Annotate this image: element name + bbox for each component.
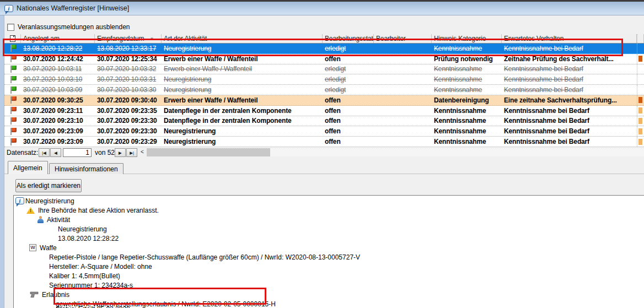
document-icon [10,35,15,42]
header-row-selector[interactable] [4,34,21,43]
first-record-button[interactable]: |◀ [39,148,50,157]
weapon-description: Repetier-Pistole / lange Repetier-Schuss… [49,253,360,262]
red-flag-icon [8,106,17,115]
header-created[interactable]: Angelegt am [21,34,95,43]
record-navigator-label: Datensatz: [7,149,38,156]
header-editor[interactable]: Bearbeiter [374,34,432,43]
hide-notifications-row: Veranlassungsmeldungen ausblenden [7,23,130,31]
table-row[interactable]: 30.07.2020 09:23:11 30.07.2020 09:23:35 … [4,106,644,116]
weapon-caliber: Kaliber 1: 4,5mm(Bullet) [49,272,120,280]
previous-record-button[interactable]: ◀ [50,148,61,157]
red-flag-icon [8,138,17,146]
record-navigator: Datensatz: |◀ ◀ von 52 ▶ ▶| < [4,147,644,158]
weapon-manufacturer: Hersteller: A-Square / Modell: ohne [49,263,152,271]
table-row[interactable]: 30.07.2020 09:23:09 30.07.2020 09:23:30 … [4,126,644,137]
permit-status: Status: Erteilt 05.02.2020 [56,305,130,308]
table-row[interactable]: 30.07.2020 09:30:25 30.07.2020 09:30:40 … [4,95,644,106]
current-record-input[interactable] [63,148,92,157]
scroll-left-icon[interactable]: < [141,149,144,155]
hide-notifications-checkbox[interactable] [7,24,14,31]
header-status[interactable]: Bearbeitungsstatus [323,34,374,43]
table-row[interactable]: 30.07.2020 12:24:42 30.07.2020 12:25:34 … [4,54,644,64]
sort-desc-icon: ▼ [149,36,154,41]
hide-notifications-label: Veranlassungsmeldungen ausblenden [18,23,130,31]
table-row[interactable]: 30.07.2020 10:03:11 30.07.2020 10:03:32 … [4,64,644,75]
green-flag-icon [8,44,17,52]
title-bar: i Nationales Waffenregister [Hinweise] [0,2,644,15]
record-count-label: von 52 [95,149,115,156]
window-title: Nationales Waffenregister [Hinweise] [17,4,129,12]
red-flag-icon [8,96,17,104]
table-row[interactable]: 13.08.2020 12:28:22 13.08.2020 12:33:17 … [4,44,644,54]
table-header: Angelegt am Empfangsdatum▼ Art der Aktiv… [4,34,644,44]
info-bubble-icon: i [4,5,13,12]
header-activity[interactable]: Art der Aktivität [162,34,323,43]
tab-hinweisinformationen[interactable]: Hinweisinformationen [49,163,124,174]
truncated-column-fragment [638,128,642,134]
header-behavior[interactable]: Erwartetes Verhalten [502,34,637,43]
horizontal-scrollbar-thumb[interactable] [147,148,270,156]
header-received[interactable]: Empfangsdatum▼ [95,34,162,43]
truncated-column-fragment [638,107,642,114]
tab-allgemein[interactable]: Allgemein [8,161,48,174]
person-icon [37,216,44,223]
header-next-column-sliver [637,34,644,43]
table-row[interactable]: 30.07.2020 10:03:10 30.07.2020 10:03:31 … [4,74,644,85]
activity-date: 13.08.2020 12:28:22 [58,235,119,243]
detail-title: Neuregistrierung [25,197,74,206]
table-row[interactable]: 30.07.2020 09:23:10 30.07.2020 09:23:30 … [4,116,644,127]
table-row[interactable]: 30.07.2020 09:23:09 30.07.2020 09:23:29 … [4,137,644,147]
green-flag-icon [8,65,17,73]
last-record-button[interactable]: ▶| [126,148,137,157]
red-flag-icon [8,117,17,125]
truncated-column-fragment [638,97,642,103]
truncated-column-fragment [638,56,642,62]
horizontal-scrollbar[interactable] [147,148,644,156]
app-window: i Nationales Waffenregister [Hinweise] V… [0,0,644,308]
green-flag-icon [8,75,17,84]
warning-icon: ! [26,207,35,214]
truncated-column-fragment [638,118,642,124]
activity-section-label: Aktivität [47,216,70,224]
permit-section-label: Erlaubnis [42,291,69,299]
weapon-box-icon: W [29,244,36,251]
mark-done-button[interactable]: Als erledigt markieren [15,179,82,192]
window-left-frame [0,15,4,308]
green-flag-icon [8,86,17,94]
detail-panel: i Neuregistrierung ! Ihre Behörde hat di… [13,195,644,308]
red-flag-icon [8,55,17,63]
activity-type: Neuregistrierung [58,225,107,234]
next-record-button[interactable]: ▶ [115,148,126,157]
table-row[interactable]: 30.07.2020 10:03:09 30.07.2020 10:03:30 … [4,85,644,95]
red-flag-icon [8,127,17,136]
weapon-serial: Seriennummer 1: 234234a-s [49,282,133,290]
hints-table: Angelegt am Empfangsdatum▼ Art der Aktiv… [4,34,644,147]
info-bubble-icon: i [15,197,24,204]
weapon-section-label: Waffe [40,244,57,252]
pistol-icon [30,291,39,300]
header-category[interactable]: Hinweis Kategorie [432,34,502,43]
truncated-column-fragment [638,139,642,145]
detail-warning-text: Ihre Behörde hat diese Aktion veranlasst… [38,207,159,215]
